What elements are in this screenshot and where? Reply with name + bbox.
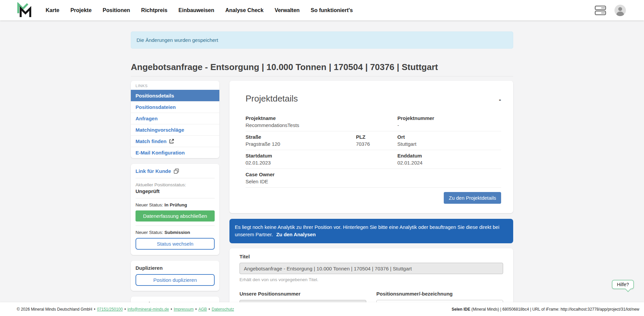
field-label: Ort: [397, 134, 501, 140]
sidebar-item-label: Anfragen: [136, 116, 158, 121]
footer-session-info: Selen IDE (Mineral Minds) | 680506818bc4…: [452, 307, 639, 312]
saved-alert-text: Die Änderungen wurden gespeichert: [137, 37, 218, 43]
help-button-label: Hilfe?: [617, 282, 629, 287]
pos-number-label: Positionsnummer/-bezeichnung: [376, 291, 503, 297]
sidebar-item-label: Positionsdetails: [136, 93, 174, 99]
main-column: Projektdetails - Projektname Recommendat…: [229, 81, 513, 316]
current-status-label: Aktueller Positionsstatus:: [136, 182, 215, 187]
sidebar-item-positionsdetails[interactable]: Positionsdetails: [131, 90, 219, 101]
field-value: Selen IDE: [246, 179, 501, 184]
nav-positionen[interactable]: Positionen: [103, 7, 130, 13]
go-to-analyses-link[interactable]: Zu den Analysen: [276, 232, 316, 237]
footer-datenschutz-link[interactable]: Datenschutz: [212, 307, 234, 312]
field-value: Pragstraße 120: [246, 141, 356, 147]
duplicate-panel: Duplizieren Position duplizieren: [131, 261, 219, 291]
top-navigation-bar: Karte Projekte Positionen Richtpreis Ein…: [0, 0, 644, 20]
new-status-row-2: Neuer Status: Submission: [136, 230, 215, 235]
collapse-icon[interactable]: -: [499, 96, 501, 103]
main-nav: Karte Projekte Positionen Richtpreis Ein…: [46, 7, 353, 13]
sidebar-item-matchingvorschlaege[interactable]: Matchingvorschläge: [131, 124, 219, 135]
customer-link[interactable]: Link für Kunde: [136, 168, 171, 174]
footer-user: Selen IDE: [452, 307, 470, 312]
duplicate-panel-title: Duplizieren: [136, 265, 215, 271]
footer-separator: •: [209, 307, 210, 312]
duplicate-position-button[interactable]: Position duplizieren: [136, 274, 215, 286]
field-label: Case Owner: [246, 172, 501, 177]
footer-impressum-link[interactable]: Impressum: [174, 307, 194, 312]
user-avatar-icon[interactable]: [614, 4, 626, 16]
footer-email-link[interactable]: info@mineral-minds.de: [127, 307, 169, 312]
footer: © 2026 Mineral Minds Deutschland GmbH • …: [0, 302, 644, 316]
footer-copyright: © 2026 Mineral Minds Deutschland GmbH: [17, 307, 92, 312]
sidebar-item-anfragen[interactable]: Anfragen: [131, 113, 219, 124]
detail-row-adresse: Straße Pragstraße 120 PLZ 70376 Ort Stut…: [246, 131, 501, 150]
divider: [136, 178, 215, 178]
footer-separator: •: [195, 307, 197, 312]
divider: [136, 198, 215, 198]
projektdetails-card: Projektdetails - Projektname Recommendat…: [229, 81, 513, 213]
go-to-project-details-button[interactable]: Zu den Projektdetails: [444, 192, 501, 204]
footer-phone-link[interactable]: 07151/250100: [97, 307, 123, 312]
new-status-value: Submission: [164, 230, 190, 235]
saved-alert: Die Änderungen wurden gespeichert: [131, 31, 513, 49]
sidebar-item-label: E-Mail Konfiguration: [136, 150, 185, 155]
field-label: PLZ: [356, 134, 397, 140]
nav-verwalten[interactable]: Verwalten: [275, 7, 300, 13]
field-label: Enddatum: [397, 153, 501, 159]
field-value: 70376: [356, 141, 397, 147]
logo-icon: [16, 2, 32, 18]
help-button[interactable]: Hilfe?: [612, 280, 634, 289]
external-link-icon: [169, 139, 174, 144]
analytics-banner-text: Es liegt noch keine Analytik zu Ihrer Po…: [235, 225, 499, 237]
field-value: RecommendationsTests: [246, 122, 397, 128]
nav-karte[interactable]: Karte: [46, 7, 59, 13]
sidebar-item-positionsdateien[interactable]: Positionsdateien: [131, 101, 219, 113]
links-panel-header: LINKS: [131, 81, 219, 90]
nav-einbauweisen[interactable]: Einbauweisen: [178, 7, 214, 13]
footer-separator: •: [94, 307, 95, 312]
topbar-actions: [595, 4, 626, 16]
detail-row-datum: Startdatum 02.01.2023 Enddatum 02.01.202…: [246, 150, 501, 169]
projektdetails-rows: Projektname RecommendationsTests Projekt…: [246, 113, 501, 188]
new-status-prefix: Neuer Status:: [136, 202, 163, 207]
server-stack-icon[interactable]: [595, 5, 606, 15]
mineral-minds-logo[interactable]: [16, 2, 37, 18]
field-value: 02.01.2023: [246, 160, 397, 166]
sidebar-item-label: Positionsdateien: [136, 104, 176, 110]
our-number-label: Unsere Positionsnummer: [239, 291, 366, 297]
nav-analyse-check[interactable]: Analyse Check: [225, 7, 264, 13]
projektdetails-title: Projektdetails: [246, 93, 298, 104]
new-status-row-1: Neuer Status: In Prüfung: [136, 202, 215, 207]
nav-richtpreis[interactable]: Richtpreis: [141, 7, 167, 13]
detail-row-projektname: Projektname RecommendationsTests Projekt…: [246, 113, 501, 131]
copy-icon[interactable]: [174, 169, 179, 174]
complete-data-entry-button[interactable]: Datenerfassung abschließen: [136, 210, 215, 222]
sidebar-item-email-konfiguration[interactable]: E-Mail Konfiguration: [131, 147, 219, 158]
nav-so-funktionierts[interactable]: So funktioniert's: [311, 7, 353, 13]
footer-separator: •: [124, 307, 126, 312]
current-status-value: Ungeprüft: [136, 188, 215, 194]
footer-separator: •: [171, 307, 172, 312]
links-panel: LINKS Positionsdetails Positionsdateien …: [131, 81, 219, 158]
footer-session-rest: (Mineral Minds) | 680506818bc4 | URL of …: [470, 307, 639, 312]
titel-label: Titel: [239, 254, 503, 259]
analytics-banner: Es liegt noch keine Analytik zu Ihrer Po…: [229, 219, 513, 243]
sidebar-item-label: Matchingvorschläge: [136, 127, 184, 133]
titel-input: [239, 263, 503, 274]
sidebar-item-label: Match finden: [136, 138, 167, 144]
page-container: Die Änderungen wurden gespeichert Angebo…: [131, 31, 513, 316]
footer-agb-link[interactable]: AGB: [198, 307, 207, 312]
field-label: Projektnummer: [397, 115, 501, 121]
status-panel: Link für Kunde Aktueller Positionsstatus…: [131, 164, 219, 255]
new-status-prefix: Neuer Status:: [136, 230, 163, 235]
page-title: Angebotsanfrage - Entsorgung | 10.000 To…: [131, 63, 513, 76]
field-label: Projektname: [246, 115, 397, 121]
titel-help: Erhält den von uns vorgegebenen Titel.: [239, 277, 503, 282]
field-value: Stuttgart: [397, 141, 501, 147]
field-label: Straße: [246, 134, 356, 140]
divider: [136, 226, 215, 226]
field-value: -: [397, 122, 501, 128]
sidebar-item-match-finden[interactable]: Match finden: [131, 135, 219, 147]
nav-projekte[interactable]: Projekte: [70, 7, 92, 13]
change-status-button[interactable]: Status wechseln: [136, 238, 215, 250]
